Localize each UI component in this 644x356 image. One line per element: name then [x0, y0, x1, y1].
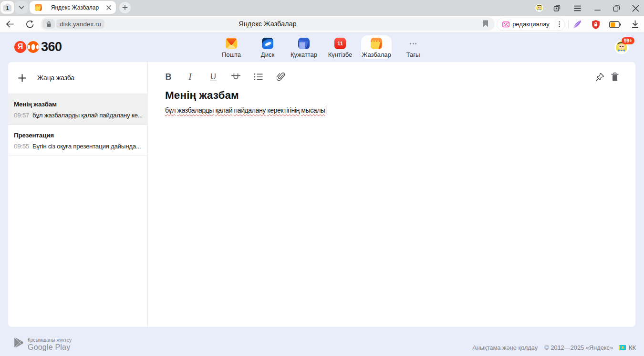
- tab-counter-badge: 1: [3, 3, 11, 11]
- language-selector[interactable]: КК: [629, 344, 636, 351]
- protect-shield-icon[interactable]: [591, 20, 601, 30]
- docs-icon: [298, 38, 310, 49]
- service-more[interactable]: Тағы: [395, 35, 431, 59]
- back-button[interactable]: [6, 20, 14, 28]
- browser-menu-icon[interactable]: [573, 4, 582, 12]
- browser-profile-avatar[interactable]: [535, 4, 543, 12]
- yandex-logo-icon: Я: [14, 41, 26, 53]
- bullet-list-button[interactable]: [252, 71, 264, 83]
- google-play-icon: [14, 337, 23, 348]
- service-label: Күнтізбе: [328, 51, 352, 58]
- bookmark-icon: [483, 20, 488, 27]
- service-label: Жазбалар: [362, 51, 391, 58]
- copyright-text: © 2012—2025 «Яндекс»: [544, 344, 613, 351]
- note-time: 09:55: [14, 142, 29, 151]
- feather-extension-icon[interactable]: [572, 19, 582, 30]
- tab-list-dropdown-button[interactable]: [15, 1, 28, 14]
- new-note-button[interactable]: Жаңа жазба: [8, 62, 148, 94]
- yandex360-logo[interactable]: Я 360: [14, 41, 62, 53]
- note-title: Менің жазбам: [14, 100, 145, 109]
- bold-button[interactable]: B: [163, 71, 174, 83]
- edit-pill-label: редакциялау: [512, 21, 550, 28]
- bookmark-button[interactable]: [483, 20, 488, 29]
- disk-icon: [262, 38, 273, 49]
- pink-edit-icon: [502, 21, 509, 28]
- reload-button[interactable]: [26, 20, 34, 29]
- service-notes[interactable]: Жазбалар: [358, 35, 395, 59]
- google-play-small-text: Қосымшаны жүктеу: [28, 337, 72, 343]
- editor-note-body[interactable]: бұл жазбаларды қалай пайдалану керектігі…: [165, 106, 326, 114]
- note-preview: Бүгін сіз оқуға презентация дайында...: [32, 142, 145, 151]
- google-play-big-text: Google Play: [28, 343, 72, 352]
- new-tab-button[interactable]: [119, 2, 131, 13]
- pin-note-button[interactable]: [594, 71, 605, 83]
- calendar-icon: 11: [334, 38, 346, 49]
- chevron-down-icon: [19, 6, 24, 10]
- tab-counter-button[interactable]: 1: [0, 1, 14, 14]
- strikethrough-icon: [231, 72, 241, 82]
- google-play-badge[interactable]: Қосымшаны жүктеу Google Play: [14, 337, 72, 352]
- edit-pill-menu-button[interactable]: [554, 21, 564, 27]
- trash-icon: [611, 73, 619, 81]
- close-icon: [106, 5, 111, 10]
- kazakhstan-flag-icon: [619, 345, 626, 350]
- browser-tab-active[interactable]: Яндекс Жазбалар: [30, 1, 116, 14]
- battery-icon[interactable]: [609, 21, 621, 28]
- notes-panel: Жаңа жазба Менің жазбам 09:57 бұл жазбал…: [8, 62, 635, 327]
- tab-close-button[interactable]: [105, 4, 113, 11]
- plus-icon: [18, 74, 26, 82]
- paperclip-icon: [277, 73, 285, 82]
- delete-note-button[interactable]: [609, 71, 621, 83]
- note-time: 09:57: [14, 111, 29, 120]
- notification-badge: 99+: [622, 37, 634, 44]
- service-label: Тағы: [406, 51, 420, 58]
- pin-icon: [595, 73, 604, 82]
- plus-icon: [122, 5, 128, 10]
- service-calendar[interactable]: 11 Күнтізбе: [322, 35, 358, 59]
- editor-note-title[interactable]: Менің жазбам: [165, 89, 239, 102]
- note-title: Презентация: [14, 131, 145, 140]
- notes-favicon-icon: [35, 4, 42, 11]
- mail-icon: [226, 38, 237, 49]
- note-preview: бұл жазбаларды қалай пайдалану ке...: [32, 111, 145, 120]
- new-note-label: Жаңа жазба: [37, 74, 74, 82]
- help-support-link[interactable]: Анықтама және қолдау: [472, 344, 538, 351]
- 360-orb-icon: [27, 41, 39, 53]
- window-close-button[interactable]: [632, 4, 640, 12]
- text-caret: [326, 106, 327, 114]
- editor-toolbar: B I U: [148, 62, 635, 92]
- download-icon[interactable]: [632, 20, 639, 28]
- service-docs[interactable]: Құжаттар: [286, 35, 322, 59]
- italic-button[interactable]: I: [185, 71, 197, 83]
- window-maximize-button[interactable]: [613, 4, 621, 12]
- notes-web-app: Я 360 Пошта Диск Құжаттар: [0, 32, 644, 356]
- strikethrough-button[interactable]: [230, 71, 241, 83]
- kebab-dots-icon: [559, 21, 560, 27]
- edit-mode-pill[interactable]: редакциялау: [497, 18, 565, 31]
- notes-sidebar: Жаңа жазба Менің жазбам 09:57 бұл жазбал…: [8, 62, 148, 327]
- note-editor: B I U: [148, 62, 635, 327]
- service-label: Диск: [261, 51, 274, 58]
- address-bar[interactable]: disk.yandex.ru Яндекс Жазбалар: [41, 17, 495, 31]
- service-label: Құжаттар: [291, 51, 317, 58]
- service-label: Пошта: [222, 51, 241, 58]
- browser-toolbar: disk.yandex.ru Яндекс Жазбалар редакциял…: [0, 16, 644, 32]
- attach-button[interactable]: [275, 71, 286, 83]
- logo-360-text: 360: [41, 40, 62, 54]
- window-minimize-button[interactable]: [593, 4, 602, 12]
- service-mail[interactable]: Пошта: [213, 35, 249, 59]
- note-list-item[interactable]: Менің жазбам 09:57 бұл жазбаларды қалай …: [8, 94, 148, 125]
- tab-title: Яндекс Жазбалар: [49, 4, 101, 11]
- page-footer: Қосымшаны жүктеу Google Play Анықтама жә…: [0, 327, 644, 356]
- bullet-list-icon: [254, 73, 263, 81]
- service-disk[interactable]: Диск: [249, 35, 286, 59]
- page-title: Яндекс Жазбалар: [41, 20, 495, 28]
- notes-icon: [371, 38, 382, 49]
- note-list-item[interactable]: Презентация 09:55 Бүгін сіз оқуға презен…: [8, 125, 148, 156]
- toolbar-separator: [568, 20, 569, 28]
- underline-button[interactable]: U: [208, 71, 219, 83]
- yandex360-header: Я 360 Пошта Диск Құжаттар: [0, 32, 644, 62]
- more-dots-icon: [410, 38, 416, 49]
- browser-tab-bar: 1 Яндекс Жазбалар: [0, 0, 644, 16]
- panels-icon[interactable]: [553, 4, 561, 12]
